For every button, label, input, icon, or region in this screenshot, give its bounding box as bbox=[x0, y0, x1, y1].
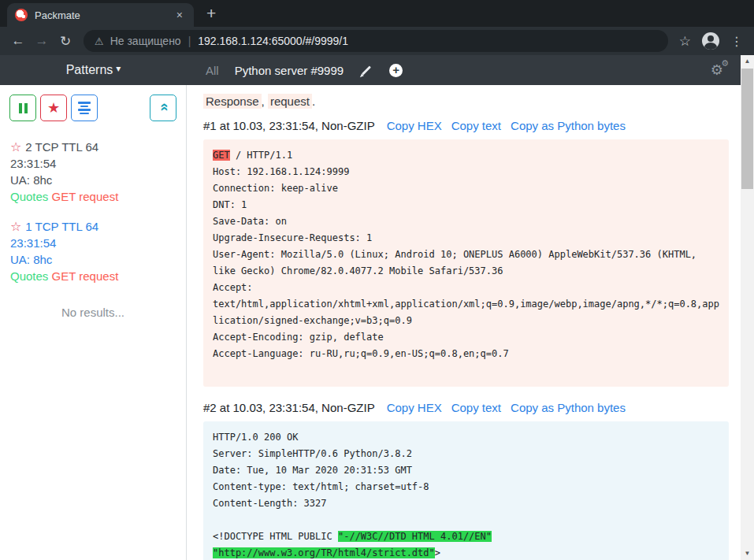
copy-hex-link[interactable]: Copy HEX bbox=[387, 401, 442, 414]
new-tab-button[interactable]: + bbox=[206, 4, 216, 23]
request-payload[interactable]: GET / HTTP/1.1Host: 192.168.1.124:9999Co… bbox=[203, 139, 729, 387]
sidebar: ★ » ☆2 TCP TTL 64 23:31:54 UA: 8hc Quote… bbox=[0, 85, 187, 560]
page-scrollbar[interactable]: ▲ ▼ bbox=[741, 55, 754, 560]
match-label-red: GET request bbox=[52, 269, 119, 283]
browser-window: Packmate × + ← → ↻ ⚠ Не защищено | 192.1… bbox=[0, 0, 754, 560]
response-payload[interactable]: HTTP/1.0 200 OKServer: SimpleHTTP/0.6 Py… bbox=[203, 421, 729, 560]
packet-block-request: #1 at 10.03, 23:31:54, Non-GZIPCopy HEXC… bbox=[203, 119, 729, 387]
browser-tab[interactable]: Packmate × bbox=[7, 3, 194, 27]
tab-all[interactable]: All bbox=[206, 64, 219, 77]
packet-meta: #2 at 10.03, 23:31:54, Non-GZIP bbox=[203, 401, 375, 414]
packet-time: 23:31:54 bbox=[10, 155, 176, 172]
star-outline-icon[interactable]: ☆ bbox=[10, 220, 21, 233]
tab-current-pattern[interactable]: Python server #9999 bbox=[235, 64, 344, 77]
browser-menu-icon[interactable]: ⋮ bbox=[730, 34, 743, 49]
packet-time: 23:31:54 bbox=[10, 235, 176, 251]
scrollbar-thumb[interactable] bbox=[741, 69, 753, 189]
add-pattern-icon[interactable]: + bbox=[389, 64, 403, 77]
packet-title: 2 TCP TTL 64 bbox=[25, 140, 98, 154]
url-text[interactable]: 192.168.1.124:65000/#/9999/1 bbox=[198, 35, 348, 47]
packet-title: 1 TCP TTL 64 bbox=[25, 220, 98, 233]
not-secure-warning-icon[interactable]: ⚠ bbox=[95, 35, 104, 47]
collapse-sidebar-button[interactable]: » bbox=[150, 95, 176, 121]
favorites-filter-button[interactable]: ★ bbox=[40, 95, 67, 121]
copy-hex-link[interactable]: Copy HEX bbox=[387, 119, 442, 132]
star-outline-icon[interactable]: ☆ bbox=[10, 140, 21, 154]
tab-title: Packmate bbox=[35, 9, 173, 21]
patterns-label: Patterns bbox=[66, 63, 113, 77]
profile-avatar-icon[interactable] bbox=[702, 32, 719, 50]
packet-meta: #1 at 10.03, 23:31:54, Non-GZIP bbox=[203, 119, 375, 132]
pause-capture-button[interactable] bbox=[9, 95, 36, 121]
match-label-red: GET request bbox=[52, 190, 119, 203]
copy-text-link[interactable]: Copy text bbox=[451, 401, 501, 414]
scroll-down-icon[interactable]: ▼ bbox=[741, 547, 754, 560]
chevrons-up-icon: » bbox=[154, 103, 172, 112]
sidebar-toolbar: ★ » bbox=[0, 95, 186, 121]
url-box[interactable]: ⚠ Не защищено | 192.168.1.124:65000/#/99… bbox=[84, 30, 668, 52]
list-view-button[interactable] bbox=[71, 95, 98, 121]
bookmark-star-icon[interactable]: ☆ bbox=[679, 33, 691, 50]
copy-python-bytes-link[interactable]: Copy as Python bytes bbox=[511, 401, 626, 414]
packmate-favicon-icon bbox=[15, 9, 28, 21]
stream-content: Response, request. #1 at 10.03, 23:31:54… bbox=[187, 85, 741, 560]
packet-ua: UA: 8hc bbox=[10, 172, 176, 188]
settings-gears-icon[interactable]: ⚙⚙ bbox=[711, 61, 723, 79]
back-icon[interactable]: ← bbox=[6, 33, 30, 49]
copy-text-link[interactable]: Copy text bbox=[451, 119, 501, 132]
not-secure-label[interactable]: Не защищено bbox=[110, 35, 181, 47]
reload-icon[interactable]: ↻ bbox=[54, 33, 77, 50]
match-label-green: Quotes bbox=[10, 190, 48, 203]
no-results-label: No results... bbox=[10, 304, 176, 321]
app-header: Patterns ▾ All Python server #9999 + ⚙⚙ bbox=[0, 55, 741, 85]
address-bar: ← → ↻ ⚠ Не защищено | 192.168.1.124:6500… bbox=[0, 27, 754, 55]
browser-tab-strip: Packmate × + bbox=[0, 0, 754, 27]
url-separator: | bbox=[188, 35, 191, 47]
chevron-down-icon: ▾ bbox=[116, 63, 121, 77]
star-icon: ★ bbox=[47, 99, 60, 117]
app-body: ★ » ☆2 TCP TTL 64 23:31:54 UA: 8hc Quote… bbox=[0, 85, 741, 560]
copy-python-bytes-link[interactable]: Copy as Python bytes bbox=[511, 119, 626, 132]
close-tab-icon[interactable]: × bbox=[173, 9, 186, 21]
packet-list-item[interactable]: ☆1 TCP TTL 64 23:31:54 UA: 8hc Quotes GE… bbox=[10, 218, 176, 284]
scroll-up-icon[interactable]: ▲ bbox=[741, 55, 754, 68]
edit-pencil-icon[interactable] bbox=[362, 65, 371, 75]
matched-patterns-line: Response, request. bbox=[203, 95, 729, 108]
packet-header: #2 at 10.03, 23:31:54, Non-GZIPCopy HEXC… bbox=[203, 401, 729, 414]
match-label-green: Quotes bbox=[10, 269, 48, 283]
page-viewport: Patterns ▾ All Python server #9999 + ⚙⚙ … bbox=[0, 55, 754, 560]
packet-list: ☆2 TCP TTL 64 23:31:54 UA: 8hc Quotes GE… bbox=[0, 139, 186, 321]
forward-icon: → bbox=[30, 33, 54, 49]
packet-list-item[interactable]: ☆2 TCP TTL 64 23:31:54 UA: 8hc Quotes GE… bbox=[10, 139, 176, 205]
packet-ua: UA: 8hc bbox=[10, 251, 176, 268]
packet-header: #1 at 10.03, 23:31:54, Non-GZIPCopy HEXC… bbox=[203, 119, 729, 132]
patterns-dropdown[interactable]: Patterns ▾ bbox=[0, 63, 187, 77]
packet-block-response: #2 at 10.03, 23:31:54, Non-GZIPCopy HEXC… bbox=[203, 401, 729, 560]
